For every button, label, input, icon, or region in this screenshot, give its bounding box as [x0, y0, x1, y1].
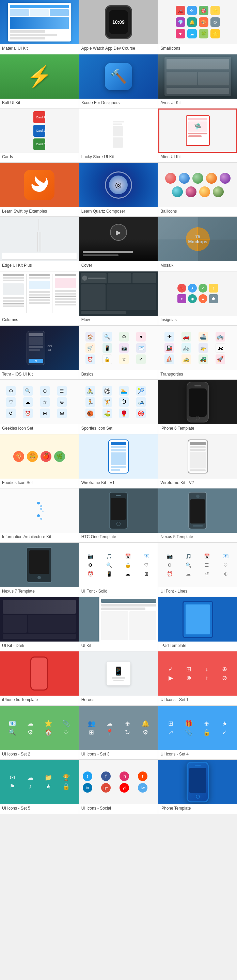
item-label: Edge UI Kit Plus [0, 261, 78, 271]
item-label: HTC One Template [79, 533, 158, 542]
list-item[interactable]: 75Mockups Mosaik [159, 217, 237, 271]
item-label: UI Icons - Set 1 [159, 696, 237, 705]
list-item[interactable]: iPhone 6 Template [159, 380, 237, 434]
list-item[interactable]: ✉ ☁ 📁 🏆 ⚑ ♪ ★ 🔒 UI Icons - Set 5 [0, 760, 78, 814]
list-item[interactable]: Nexus 5 Template [159, 488, 237, 542]
list-item[interactable]: Edge UI Kit Plus [0, 217, 78, 271]
item-label: Learn Swift by Examples [0, 207, 78, 217]
item-label: Alien UI Kit [159, 153, 237, 162]
item-label: Mosaik [159, 261, 237, 271]
list-item[interactable]: UI Kit - Dark [0, 597, 78, 651]
item-label: Foodies Icon Set [0, 479, 78, 488]
item-label: UI Icons - Social [79, 804, 158, 814]
item-label: Bolt UI Kit [0, 99, 78, 108]
list-item[interactable]: Ballicons [159, 163, 237, 217]
item-label: Cover [79, 261, 158, 271]
list-item[interactable]: 👥 ☁ ⊕ 🔔 ⊞ 📍 ↻ ⚙ UI Icons - Set 3 [79, 706, 158, 760]
list-item[interactable]: HTC One Template [79, 488, 158, 542]
item-label: Ballicons [159, 207, 237, 217]
list-item[interactable]: iPad Template [159, 597, 237, 651]
list-item[interactable]: ✓ ⊞ ↓ ⊕ ▶ ⊗ ↑ ⊘ UI Icons - Set 1 [159, 651, 237, 705]
item-label: Insignias [159, 316, 237, 325]
item-label: Sporties Icon Set [79, 424, 158, 434]
item-label: Wireframe Kit - V2 [159, 479, 237, 488]
list-item[interactable]: Information Architecture Kit [0, 488, 78, 542]
list-item[interactable]: Material UI Kit [0, 0, 78, 54]
item-label: Nexus 7 Template [0, 587, 78, 597]
item-label: Material UI Kit [0, 44, 78, 54]
item-label: Nexus 5 Template [159, 533, 237, 542]
list-item[interactable]: ⊞ 🎁 ⊕ ★ ↗ 📎 🔒 ✓ UI Icons - Set 4 [159, 706, 237, 760]
item-label: iPad Template [159, 641, 237, 651]
list-item[interactable]: ✈ 🚗 🚢 🚌 🚂 🚲 🚁 🏍 ⛵ 🚕 🚜 🚀 Transporties [159, 326, 237, 380]
list-item[interactable]: Learn Swift by Examples [0, 163, 78, 217]
list-item[interactable]: 📧 ☁ ⭐ 📎 🔍 ⚙ 🏠 ♡ UI Icons - Set 2 [0, 706, 78, 760]
list-item[interactable]: 10:09 Apple Watch App Dev Course [79, 0, 158, 54]
list-item[interactable]: 📱 Heroes [79, 651, 158, 705]
list-item[interactable]: Aves UI Kit [159, 54, 237, 108]
item-label: UI Icons - Set 3 [79, 750, 158, 760]
item-label: iPhone Template [159, 804, 237, 814]
item-label: iPhone 5c Template [0, 696, 78, 705]
list-item[interactable]: 🍕 🍔 🍎 🌿 Foodies Icon Set [0, 434, 78, 488]
list-item[interactable]: 🔨 Xcode For Designers [79, 54, 158, 108]
item-label: UI Icons - Set 5 [0, 804, 78, 814]
list-item[interactable]: Columns [0, 272, 78, 325]
list-item[interactable]: 📷 🎵 📅 📧 ⚙ 🔍 🔒 ♡ ⏰ 📱 ☁ ⊞ UI Font - Solid [79, 543, 158, 597]
list-item[interactable]: ⚡ Bolt UI Kit [0, 54, 78, 108]
list-item[interactable]: 🔖 ★ ✓ ! ♦ ◉ ▲ ⬟ Insignias [159, 272, 237, 325]
product-grid: Material UI Kit 10:09 Apple Watch App De… [0, 0, 237, 814]
item-label: UI Kit [79, 641, 158, 651]
item-label: Basics [79, 370, 158, 380]
item-label: UI Icons - Set 2 [0, 750, 78, 760]
list-item[interactable]: Wireframe Kit - V2 [159, 434, 237, 488]
list-item[interactable]: t f in r in g+ yt tw UI Icons - Social [79, 760, 158, 814]
item-label: Apple Watch App Dev Course [79, 44, 158, 54]
item-label: Flow [79, 316, 158, 325]
item-label: Geekies Icon Set [0, 424, 78, 434]
list-item[interactable]: iPhone Template [159, 760, 237, 814]
item-label: Aves UI Kit [159, 99, 237, 108]
list-item[interactable]: UI Kit [79, 597, 158, 651]
list-item[interactable]: ▶ Cover [79, 217, 158, 271]
item-label: Smallicons [159, 44, 237, 54]
item-label: Learn Quartz Composer [79, 207, 158, 217]
item-label: Xcode For Designers [79, 99, 158, 108]
item-label: UI Icons - Set 4 [159, 750, 237, 760]
list-item[interactable]: Flow [79, 272, 158, 325]
list-item[interactable]: Card 1 Card 2 Card 3 Cards [0, 108, 78, 162]
list-item[interactable]: 🏠 🔍 ⚙ ♥ 🛒 📱 📷 📧 ⏰ 🔒 ☆ ✓ Basics [79, 326, 158, 380]
item-label: Cards [0, 153, 78, 162]
item-label: Heroes [79, 696, 158, 705]
list-item[interactable]: ⚙ 🔍 ⊙ ☰ ♡ ☁ ☆ ⊕ ↺ ⏰ ⊞ ✉ Geekies Icon Set [0, 380, 78, 434]
item-label: iPhone 6 Template [159, 424, 237, 434]
list-item[interactable]: 🚴 ⚽ 🏊 🎾 🏃 🏋 ⏱ 🎿 🏀 ⛳ 🥊 🎯 Sporties Icon Se… [79, 380, 158, 434]
item-label: UI Font - Lines [159, 587, 237, 597]
list-item[interactable]: iPhone 5c Template [0, 651, 78, 705]
list-item[interactable]: ◎ Learn Quartz Composer [79, 163, 158, 217]
list-item[interactable]: 73 iOSUI Tethr - iOS UI Kit [0, 326, 78, 380]
item-label: UI Kit - Dark [0, 641, 78, 651]
list-item[interactable]: 🚗 ✈ 🎯 ⭐ 💎 🔔 🎨 ⚙ ♥ ☁ 🍀 🌟 Smallicons [159, 0, 237, 54]
list-item[interactable]: Wireframe Kit - V1 [79, 434, 158, 488]
item-label: Information Architecture Kit [0, 533, 78, 542]
list-item[interactable]: 🛸 Alien UI Kit [159, 108, 237, 162]
item-label: Transporties [159, 370, 237, 380]
item-label: Lucky Store UI Kit [79, 153, 158, 162]
item-label: Columns [0, 316, 78, 325]
item-label: Tethr - iOS UI Kit [0, 370, 78, 380]
item-label: UI Font - Solid [79, 587, 158, 597]
list-item[interactable]: Lucky Store UI Kit [79, 108, 158, 162]
list-item[interactable]: 📷 🎵 📅 📧 ⚙ 🔍 ☰ ♡ ⏰ ☁ ↺ ⊕ UI Font - Lines [159, 543, 237, 597]
item-label: Wireframe Kit - V1 [79, 479, 158, 488]
list-item[interactable]: Nexus 7 Template [0, 543, 78, 597]
